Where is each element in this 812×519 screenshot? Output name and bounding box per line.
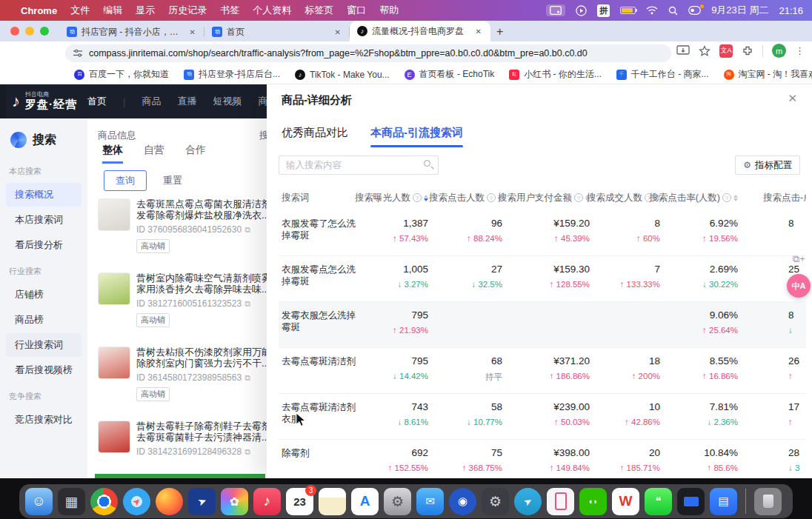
scope-tab[interactable]: 合作 (185, 144, 206, 164)
profile-avatar[interactable]: m (772, 44, 786, 58)
metric-config-button[interactable]: ⚙ 指标配置 (735, 155, 800, 175)
wifi-icon[interactable] (646, 6, 658, 15)
top-nav-item[interactable]: 商品 (142, 95, 161, 108)
close-window-button[interactable] (10, 27, 19, 36)
dock-photos-icon[interactable] (221, 488, 248, 515)
column-help-icon[interactable]: ? (487, 193, 496, 202)
dock-calendar-icon[interactable]: 233 (286, 488, 313, 515)
search-magnifier-icon[interactable] (424, 160, 430, 167)
menu-item[interactable]: 显示 (136, 4, 155, 17)
menu-item[interactable]: 编辑 (103, 4, 122, 17)
table-row[interactable]: 去霉点霉斑清洁剂795↓ 14.42%68持平¥371.20↑ 186.86%1… (279, 348, 806, 394)
dock-octopus-icon[interactable] (449, 488, 476, 515)
translate-extension-icon[interactable]: 文A (719, 44, 733, 58)
bookmark-item[interactable]: 千牛工作台 - 商家... (616, 68, 709, 81)
menu-item[interactable]: 文件 (70, 4, 90, 17)
column-header[interactable]: 搜索曝光人数? (362, 192, 436, 204)
dock-finder-icon[interactable] (25, 488, 53, 515)
bookmark-item[interactable]: TikTok - Make You... (295, 70, 390, 80)
add-metric-float-icon[interactable]: ⧉+ (793, 253, 805, 265)
dock-safari-icon[interactable] (123, 488, 150, 515)
sidebar-item[interactable]: 竞店搜索对比 (6, 408, 81, 432)
dock-telegram-icon[interactable] (514, 488, 542, 515)
menu-item[interactable]: 历史记录 (168, 4, 207, 17)
bookmark-item[interactable]: 淘宝网 - 淘！我喜欢 (724, 68, 812, 81)
site-settings-icon[interactable] (73, 49, 83, 58)
compass-logo[interactable]: ♪ 抖音电商 罗盘·经营 (0, 92, 87, 111)
drawer-tab[interactable]: 优秀商品对比 (282, 126, 348, 147)
battery-icon[interactable] (620, 7, 636, 14)
zoom-window-button[interactable] (40, 27, 49, 36)
bookmark-item[interactable]: 小红书 - 你的生活... (509, 68, 602, 81)
sidebar-item[interactable]: 看后搜分析 (6, 233, 81, 257)
reset-button[interactable]: 重置 (163, 174, 182, 187)
dock-settings-icon[interactable] (384, 488, 411, 515)
column-help-icon[interactable]: ? (413, 193, 422, 202)
url-text[interactable]: compass.jinritemai.com/shop/search/traff… (89, 48, 664, 58)
input-method-icon[interactable]: 拼 (597, 4, 610, 17)
dock-iphone-icon[interactable] (547, 488, 574, 515)
minimize-window-button[interactable] (25, 27, 34, 36)
top-nav-item[interactable]: 短视频 (213, 95, 242, 108)
sidebar-item[interactable]: 本店搜索词 (6, 208, 81, 232)
menu-bar-clock[interactable]: 21:16 (779, 5, 803, 16)
keyword-search-input[interactable] (279, 155, 439, 175)
sidebar-item[interactable]: 商品榜 (6, 308, 81, 332)
scope-tab[interactable]: 自营 (144, 144, 164, 164)
copy-icon[interactable]: ⧉ (244, 299, 250, 309)
sort-icon[interactable] (424, 195, 428, 201)
dock-notes-icon[interactable] (319, 488, 346, 515)
table-row[interactable]: 衣服发霉点怎么洗掉霉斑1,005↓ 3.27%27↓ 32.5%¥159.30↑… (279, 256, 806, 302)
column-header[interactable]: 搜索点击率(人数)? (668, 192, 745, 204)
menu-item[interactable]: 窗口 (347, 4, 366, 17)
play-status-icon[interactable] (576, 5, 587, 16)
copy-icon[interactable]: ⧉ (244, 447, 250, 457)
sidebar-item[interactable]: 行业搜索词 (6, 333, 81, 357)
sidebar-item[interactable]: 看后搜视频榜 (6, 358, 81, 382)
menu-item[interactable]: 标签页 (304, 4, 333, 17)
close-drawer-icon[interactable]: ✕ (788, 92, 797, 105)
dock-appstore-icon[interactable] (351, 488, 379, 515)
menu-item[interactable]: 帮助 (379, 4, 399, 17)
spotlight-search-icon[interactable] (668, 6, 678, 16)
sidebar-item[interactable]: 搜索概况 (6, 183, 81, 207)
tab-close-icon[interactable]: ✕ (474, 27, 483, 36)
tab-close-icon[interactable]: ✕ (188, 28, 197, 36)
bookmark-item[interactable]: 抖店登录-抖店后台... (184, 68, 280, 81)
dock-firefox-icon[interactable] (156, 488, 183, 515)
app-menu-chrome[interactable]: Chrome (21, 5, 57, 16)
bookmark-star-icon[interactable] (699, 45, 710, 57)
dock-tdocs-icon[interactable] (710, 488, 737, 515)
chrome-menu-icon[interactable]: ⋮ (795, 45, 805, 56)
copy-icon[interactable]: ⧉ (244, 373, 250, 383)
table-row[interactable]: 发霉衣服怎么洗掉霉斑795↑ 21.93%9.06%↑ 25.64%8↓ (279, 302, 806, 348)
sidebar-item[interactable]: 店铺榜 (6, 283, 81, 307)
new-tab-button[interactable]: + (490, 25, 510, 41)
column-header[interactable]: 搜索点击-成交率(人数 (745, 192, 806, 204)
table-row[interactable]: 衣服发霉了怎么洗掉霉斑1,387↑ 57.43%96↑ 88.24%¥159.2… (279, 210, 806, 256)
send-to-device-icon[interactable] (676, 45, 690, 56)
bookmark-item[interactable]: 首页看板 - EchoTik (405, 68, 495, 81)
tab-close-icon[interactable]: ✕ (333, 28, 342, 36)
column-header[interactable]: 搜索词 (279, 192, 362, 204)
query-button[interactable]: 查询 (104, 170, 147, 191)
dock-music-icon[interactable] (253, 488, 281, 515)
dock-gear-icon[interactable] (482, 488, 509, 515)
scope-tab[interactable]: 整体 (102, 144, 123, 164)
sort-icon[interactable] (733, 195, 738, 201)
menu-item[interactable]: 书签 (220, 4, 239, 17)
top-nav-item[interactable]: 首页 (87, 95, 107, 108)
dock-wps-icon[interactable] (612, 488, 639, 515)
copy-icon[interactable]: ⧉ (244, 225, 250, 235)
dock-wechat-icon[interactable] (579, 488, 607, 515)
table-row[interactable]: 除霉剂692↑ 152.55%75↑ 368.75%¥398.00↑ 149.8… (279, 440, 806, 478)
dock-screenshare-icon[interactable] (677, 488, 705, 515)
screen-mirroring-icon[interactable] (546, 4, 565, 16)
user-switch-icon[interactable] (688, 6, 701, 15)
column-help-icon[interactable]: ? (574, 193, 583, 202)
browser-tab[interactable]: 首页✕ (204, 22, 350, 41)
drawer-tab[interactable]: 本商品-引流搜索词 (370, 126, 463, 147)
omnibox[interactable]: compass.jinritemai.com/shop/search/traff… (65, 44, 671, 62)
browser-tab[interactable]: 流量概况-抖音电商罗盘✕ (350, 21, 490, 41)
dock-messages-icon[interactable] (645, 488, 672, 515)
